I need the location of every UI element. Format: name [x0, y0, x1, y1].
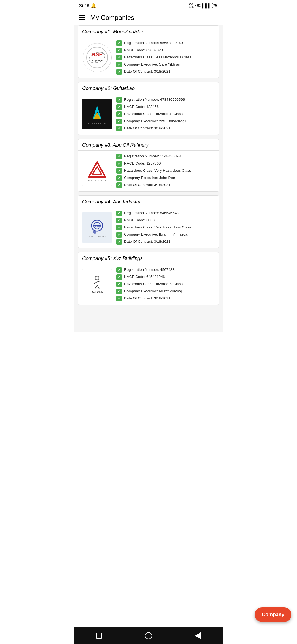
detail-row: ✓ Date Of Contract: 3/18/2021 — [116, 126, 216, 131]
company-details-3: ✓ Registration Number: 1548436898 ✓ NACE… — [116, 154, 216, 188]
detail-row: ✓ Company Executive: İbrahim Yilmazcan — [116, 232, 216, 238]
status-bar: 23:18 🔔 VOLTE 4.5G ▌▌▌ 75 — [74, 0, 223, 11]
company-card-header-4: Company #4: Abc Industry — [78, 196, 219, 207]
detail-row: ✓ Company Executive: John Doe — [116, 175, 216, 181]
svg-point-13 — [96, 225, 98, 227]
company-details-5: ✓ Registration Number: 4567488 ✓ NACE Co… — [116, 267, 216, 301]
company-card-body-2: ALPHATECH ✓ Registration Number: 6784865… — [78, 94, 219, 135]
check-icon: ✓ — [116, 218, 122, 223]
menu-button[interactable] — [79, 15, 85, 20]
svg-line-18 — [97, 281, 100, 282]
check-icon: ✓ — [116, 111, 122, 117]
check-icon: ✓ — [116, 267, 122, 273]
detail-row: ✓ Date Of Contract: 3/18/2021 — [116, 182, 216, 188]
page-title: My Companies — [90, 14, 134, 21]
check-icon: ✓ — [116, 154, 122, 159]
company-card-5[interactable]: Company #5: Xyz Buildings Golf Club — [78, 252, 219, 305]
abcindustry-logo: PLANETROCKET — [82, 212, 112, 243]
detail-row: ✓ Hazardous Class: Very Hazardous Class — [116, 168, 216, 174]
hse-logo-svg: HSE lite Reporter — [86, 47, 108, 69]
detail-row: ✓ Date Of Contract: 3/18/2021 — [116, 296, 216, 301]
guitarlab-logo: ALPHATECH — [82, 99, 112, 129]
alarm-icon: 🔔 — [91, 3, 96, 8]
detail-row: ✓ Hazardous Class: Less Hazardous Class — [116, 55, 216, 60]
app-header: My Companies — [74, 11, 223, 25]
svg-text:Reporter: Reporter — [92, 59, 102, 62]
check-icon: ✓ — [116, 97, 122, 103]
logo-box-1: HSE lite Reporter — [81, 42, 113, 73]
detail-row: ✓ NACE Code: 56536 — [116, 218, 216, 223]
company-details-4: ✓ Registration Number: 546646648 ✓ NACE … — [116, 211, 216, 245]
check-icon: ✓ — [116, 232, 122, 238]
company-name-3: Company #3: Abc Oil Rafinery — [82, 142, 148, 148]
company-card-body-3: ALPHA START ✓ Registration Number: 15484… — [78, 151, 219, 191]
company-name-4: Company #4: Abc Industry — [82, 199, 140, 204]
company-logo-3: ALPHA START — [81, 154, 114, 188]
planetrocket-svg — [87, 218, 108, 236]
companies-list: Company #1: MoonAndStar HSE lite Reporte… — [74, 25, 223, 332]
abcoil-logo: ALPHA START — [82, 156, 112, 186]
check-icon: ✓ — [116, 119, 122, 124]
golfclub-svg — [89, 275, 105, 290]
detail-row: ✓ Hazardous Class: Hazardous Class — [116, 282, 216, 287]
check-icon: ✓ — [116, 161, 122, 167]
signal-icon: ▌▌▌ — [202, 3, 211, 8]
svg-point-15 — [95, 276, 99, 280]
check-icon: ✓ — [116, 69, 122, 75]
detail-row: ✓ Registration Number: 1548436898 — [116, 154, 216, 159]
check-icon: ✓ — [116, 175, 122, 181]
alphatech-label: ALPHATECH — [88, 122, 106, 125]
detail-row: ✓ Date Of Contract: 3/18/2021 — [116, 69, 216, 75]
company-logo-2: ALPHATECH — [81, 97, 114, 131]
detail-row: ✓ NACE Code: 645481246 — [116, 274, 216, 280]
company-logo-1: HSE lite Reporter — [81, 40, 114, 75]
detail-row: ✓ Registration Number: 4567488 — [116, 267, 216, 273]
planetrocket-label: PLANETROCKET — [88, 236, 106, 238]
detail-row: ✓ NACE Code: 123456 — [116, 104, 216, 110]
status-icons: VOLTE 4.5G ▌▌▌ 75 — [189, 2, 218, 9]
company-card-3[interactable]: Company #3: Abc Oil Rafinery ALPHA START… — [78, 139, 219, 192]
svg-line-20 — [97, 285, 99, 289]
golfclub-label: Golf Club — [92, 291, 103, 294]
company-name-1: Company #1: MoonAndStar — [82, 29, 143, 34]
check-icon: ✓ — [116, 168, 122, 174]
company-card-4[interactable]: Company #4: Abc Industry — [78, 195, 219, 248]
check-icon: ✓ — [116, 55, 122, 60]
guitarlab-svg — [87, 104, 107, 122]
check-icon: ✓ — [116, 182, 122, 188]
network-type: 4.5G — [195, 4, 201, 7]
company-card-body-5: Golf Club ✓ Registration Number: 4567488… — [78, 264, 219, 305]
check-icon: ✓ — [116, 48, 122, 53]
svg-point-14 — [98, 225, 100, 227]
detail-row: ✓ Company Executive: Sare Yildiran — [116, 62, 216, 67]
svg-line-19 — [95, 285, 97, 289]
volte-icon: VOLTE — [189, 2, 194, 9]
check-icon: ✓ — [116, 274, 122, 280]
company-card-body-1: HSE lite Reporter ✓ Registration Number:… — [78, 37, 219, 78]
company-card-body-4: PLANETROCKET ✓ Registration Number: 5466… — [78, 207, 219, 248]
detail-row: ✓ NACE Code: 1257866 — [116, 161, 216, 167]
company-details-2: ✓ Registration Number: 678486569599 ✓ NA… — [116, 97, 216, 131]
detail-row: ✓ Hazardous Class: Very Hazardous Class — [116, 225, 216, 230]
detail-row: ✓ NACE Code: 82882828 — [116, 48, 216, 53]
check-icon: ✓ — [116, 62, 122, 67]
detail-row: ✓ Registration Number: 65658829269 — [116, 40, 216, 46]
svg-line-17 — [94, 282, 97, 284]
company-card-2[interactable]: Company #2: GuitarLab ALPHATECH ✓ Regi — [78, 82, 219, 135]
company-name-2: Company #2: GuitarLab — [82, 86, 135, 91]
alphastart-svg — [86, 160, 108, 180]
company-logo-4: PLANETROCKET — [81, 211, 114, 245]
detail-row: ✓ Company Executive: Arzu Bahadiroglu — [116, 119, 216, 124]
company-card-1[interactable]: Company #1: MoonAndStar HSE lite Reporte… — [78, 25, 219, 78]
detail-row: ✓ Registration Number: 678486569599 — [116, 97, 216, 103]
battery-indicator: 75 — [212, 3, 218, 8]
company-card-header-5: Company #5: Xyz Buildings — [78, 252, 219, 264]
check-icon: ✓ — [116, 40, 122, 46]
detail-row: ✓ Registration Number: 546646648 — [116, 211, 216, 216]
company-card-header-3: Company #3: Abc Oil Rafinery — [78, 139, 219, 151]
detail-row: ✓ Company Executive: Murat Vuralog... — [116, 289, 216, 294]
company-name-5: Company #5: Xyz Buildings — [82, 256, 143, 261]
status-time: 23:18 🔔 — [79, 3, 96, 8]
company-card-header-2: Company #2: GuitarLab — [78, 82, 219, 94]
svg-text:lite: lite — [102, 52, 105, 55]
